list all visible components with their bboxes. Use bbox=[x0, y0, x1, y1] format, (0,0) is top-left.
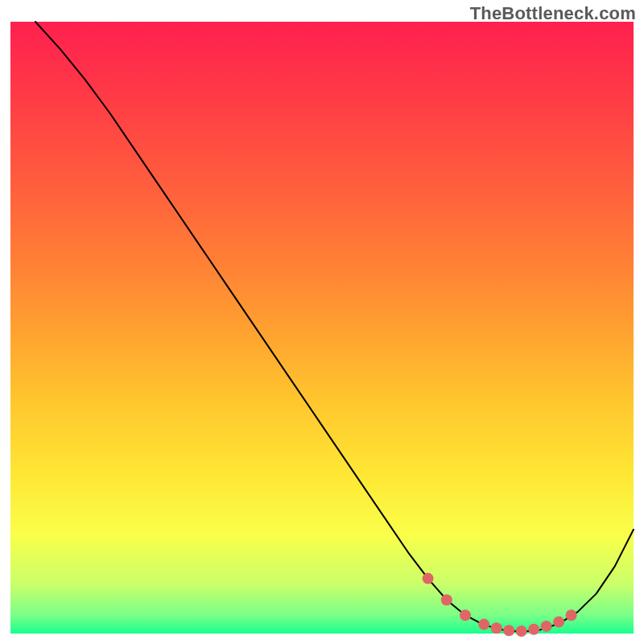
marker-dot bbox=[423, 573, 434, 584]
marker-dot bbox=[441, 594, 452, 605]
bottleneck-chart bbox=[0, 0, 644, 644]
marker-dot bbox=[460, 609, 471, 621]
marker-dot bbox=[553, 617, 564, 628]
plot-background bbox=[10, 22, 634, 634]
marker-dot bbox=[491, 622, 502, 634]
marker-dot bbox=[528, 624, 539, 635]
marker-dot bbox=[541, 621, 552, 632]
marker-dot bbox=[503, 625, 514, 636]
watermark-text: TheBottleneck.com bbox=[470, 3, 636, 24]
chart-container: TheBottleneck.com bbox=[0, 0, 644, 644]
marker-dot bbox=[478, 619, 489, 630]
marker-dot bbox=[516, 625, 527, 637]
marker-dot bbox=[566, 609, 577, 621]
